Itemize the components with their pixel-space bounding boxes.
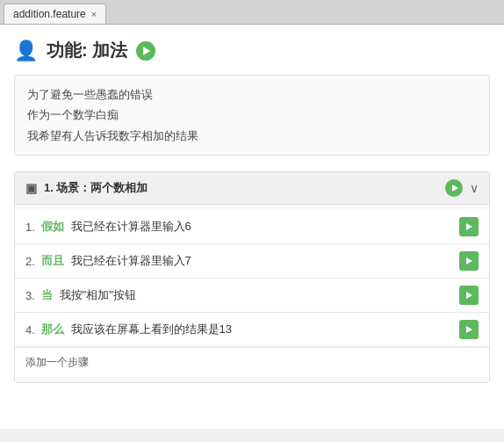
feature-play-button[interactable]: [136, 41, 155, 61]
content-area: 👤 功能: 加法 为了避免一些愚蠢的错误 作为一个数学白痴 我希望有人告诉我数字…: [0, 25, 504, 429]
scene-header-left: ▣ 1. 场景：两个数相加: [25, 180, 148, 196]
user-icon: 👤: [14, 40, 38, 62]
tab-addition-feature[interactable]: addition.feature ×: [4, 4, 106, 24]
step-text: 那么 我应该在屏幕上看到的结果是13: [41, 322, 459, 337]
step-number: 1.: [25, 221, 41, 234]
feature-description: 为了避免一些愚蠢的错误 作为一个数学白痴 我希望有人告诉我数字相加的结果: [14, 75, 490, 156]
step-run-button[interactable]: [459, 251, 479, 271]
scene-header[interactable]: ▣ 1. 场景：两个数相加 ∨: [15, 172, 489, 205]
scene-header-right: ∨: [445, 179, 479, 197]
tab-bar: addition.feature ×: [0, 0, 504, 25]
add-step-link[interactable]: 添加一个步骤: [15, 347, 489, 377]
scene-section: ▣ 1. 场景：两个数相加 ∨ 1. 假如 我已经在计算器里输入6 2.: [14, 171, 490, 383]
table-row: 3. 当 我按"相加"按钮: [15, 279, 489, 313]
step-number: 2.: [25, 255, 41, 268]
scene-play-button[interactable]: [445, 179, 463, 197]
feature-title: 功能: 加法: [47, 39, 127, 62]
step-keyword: 那么: [41, 322, 64, 336]
step-keyword: 而且: [41, 254, 64, 267]
scene-icon: ▣: [25, 181, 37, 195]
description-line-1: 为了避免一些愚蠢的错误: [27, 84, 477, 105]
feature-header: 👤 功能: 加法: [14, 39, 490, 62]
step-keyword: 当: [41, 288, 53, 301]
description-line-2: 作为一个数学白痴: [27, 105, 477, 125]
tab-label: addition.feature: [13, 8, 86, 20]
step-run-button[interactable]: [459, 286, 479, 305]
step-run-button[interactable]: [459, 217, 479, 236]
step-number: 3.: [25, 289, 41, 302]
step-number: 4.: [25, 323, 41, 337]
step-text: 假如 我已经在计算器里输入6: [41, 219, 459, 235]
description-line-3: 我希望有人告诉我数字相加的结果: [27, 126, 477, 146]
step-keyword: 假如: [41, 220, 64, 233]
step-text: 而且 我已经在计算器里输入7: [41, 253, 459, 269]
step-text: 当 我按"相加"按钮: [41, 287, 459, 303]
step-run-button[interactable]: [459, 320, 479, 339]
table-row: 4. 那么 我应该在屏幕上看到的结果是13: [15, 313, 489, 347]
close-icon[interactable]: ×: [91, 10, 97, 19]
scene-label: 1. 场景：两个数相加: [44, 180, 148, 196]
table-row: 1. 假如 我已经在计算器里输入6: [15, 210, 489, 244]
chevron-down-icon[interactable]: ∨: [470, 181, 479, 195]
steps-list: 1. 假如 我已经在计算器里输入6 2. 而且 我已经在计算器里输入7 3. 当…: [15, 205, 489, 382]
table-row: 2. 而且 我已经在计算器里输入7: [15, 244, 489, 279]
